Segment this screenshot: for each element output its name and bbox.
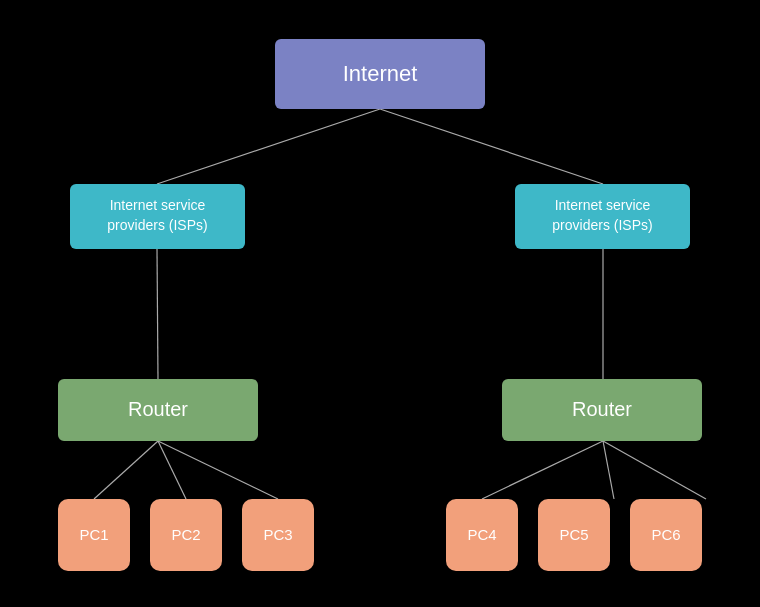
svg-line-1 [380,109,603,184]
svg-line-6 [158,441,278,499]
pc4-node: PC4 [446,499,518,571]
internet-node: Internet [275,39,485,109]
svg-line-0 [157,109,380,184]
isp-right-label: Internet service providers (ISPs) [552,196,652,235]
pc3-label: PC3 [263,526,292,543]
router-right-node: Router [502,379,702,441]
pc1-node: PC1 [58,499,130,571]
pc3-node: PC3 [242,499,314,571]
pc1-label: PC1 [79,526,108,543]
pc5-node: PC5 [538,499,610,571]
isp-left-node: Internet service providers (ISPs) [70,184,245,249]
pc6-node: PC6 [630,499,702,571]
isp-right-node: Internet service providers (ISPs) [515,184,690,249]
router-left-node: Router [58,379,258,441]
svg-line-4 [94,441,158,499]
network-diagram: Internet Internet service providers (ISP… [20,19,740,589]
svg-line-9 [603,441,706,499]
pc2-label: PC2 [171,526,200,543]
pc5-label: PC5 [559,526,588,543]
pc6-label: PC6 [651,526,680,543]
svg-line-2 [157,249,158,379]
pc2-node: PC2 [150,499,222,571]
isp-left-label: Internet service providers (ISPs) [107,196,207,235]
svg-line-5 [158,441,186,499]
pc4-label: PC4 [467,526,496,543]
router-right-label: Router [572,398,632,421]
svg-line-8 [603,441,614,499]
router-left-label: Router [128,398,188,421]
internet-label: Internet [343,61,418,87]
svg-line-7 [482,441,603,499]
